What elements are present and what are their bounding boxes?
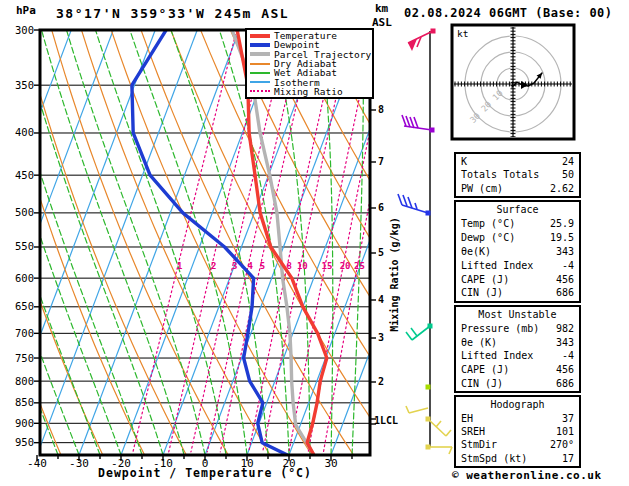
hodograph-ring-label: 10 xyxy=(490,88,504,102)
panel-row-label: SREH xyxy=(461,425,485,438)
legend-label: Mixing Ratio xyxy=(274,87,343,96)
panel-row-label: CAPE (J) xyxy=(461,363,509,376)
pressure-tick-label: 350 xyxy=(4,79,34,91)
wind-barb xyxy=(426,445,453,455)
mixing-ratio-value-label: 10 xyxy=(297,261,308,271)
panel-row-value: -4 xyxy=(562,349,574,362)
wind-barb-level-dot xyxy=(426,211,431,216)
pressure-tick-label: 900 xyxy=(4,417,34,429)
wind-barb-level-dot xyxy=(426,417,431,422)
panel-row: CIN (J)686 xyxy=(461,377,574,390)
panel-hodograph: HodographEH37SREH101StmDir270°StmSpd (kt… xyxy=(454,395,581,468)
legend-swatch-isotherm xyxy=(250,81,270,83)
panel-row-value: 24 xyxy=(562,155,574,168)
panel-row-label: θe(K) xyxy=(461,245,491,258)
panel-row-label: K xyxy=(461,155,467,168)
wind-barb xyxy=(426,385,431,390)
panel-row-label: Lifted Index xyxy=(461,349,533,362)
panel-row-label: Temp (°C) xyxy=(461,217,515,230)
wind-barb-level-dot xyxy=(431,29,436,34)
wind-barb xyxy=(406,406,428,413)
pressure-tick-label: 950 xyxy=(4,436,34,448)
panel-header: Most Unstable xyxy=(461,308,574,321)
panel-header: Hodograph xyxy=(461,398,574,411)
altitude-axis-unit-km: km xyxy=(375,2,388,15)
mixing-ratio-value-label: 5 xyxy=(260,261,265,271)
panel-row: PW (cm)2.62 xyxy=(461,182,574,195)
pressure-tick-label: 700 xyxy=(4,327,34,339)
panel-row: EH37 xyxy=(461,412,574,425)
panel-row-value: 982 xyxy=(556,322,574,335)
wet-adiabat-line xyxy=(42,30,185,455)
panel-row-label: θe (K) xyxy=(461,336,497,349)
panel-row-label: CIN (J) xyxy=(461,377,503,390)
panel-row-value: 270° xyxy=(550,438,574,451)
panel-row-value: 456 xyxy=(556,273,574,286)
pressure-tick-label: 400 xyxy=(4,126,34,138)
legend-label: Wet Adiabat xyxy=(274,68,337,77)
legend-swatch-parcel-trajectory xyxy=(250,52,270,56)
panel-surface: SurfaceTemp (°C)25.9Dewp (°C)19.5θe(K)34… xyxy=(454,200,581,303)
panel-row: CIN (J)686 xyxy=(461,286,574,299)
legend-item: Mixing Ratio xyxy=(250,87,370,96)
wind-barb-level-dot xyxy=(426,445,431,450)
panel-row-value: 50 xyxy=(562,168,574,181)
km-tick-label: 2 xyxy=(378,376,384,387)
legend-swatch-dewpoint xyxy=(250,43,270,47)
chart-legend: TemperatureDewpointParcel TrajectoryDry … xyxy=(245,28,374,99)
panel-header: Surface xyxy=(461,203,574,216)
panel-row: Lifted Index-4 xyxy=(461,349,574,362)
dry-adiabat-line xyxy=(588,30,629,454)
panel-row-label: StmDir xyxy=(461,438,497,451)
wind-barb-level-dot xyxy=(428,324,433,329)
panel-row-label: Pressure (mb) xyxy=(461,322,539,335)
panel-row-value: 343 xyxy=(556,245,574,258)
panel-row-value: 19.5 xyxy=(550,231,574,244)
km-tick-label: 7 xyxy=(378,156,384,167)
hodograph-unit-label: kt xyxy=(457,28,468,39)
panel-row-value: 25.9 xyxy=(550,217,574,230)
lcl-label: 1LCL xyxy=(374,415,398,426)
mixing-ratio-axis-label: Mixing Ratio (g/kg) xyxy=(389,210,400,340)
wind-barb-column xyxy=(398,29,452,455)
temperature-tick-label: -10 xyxy=(143,457,183,470)
pressure-tick-label: 650 xyxy=(4,300,34,312)
temperature-tick-label: -40 xyxy=(17,457,57,470)
legend-swatch-dry-adiabat xyxy=(250,63,270,65)
pressure-tick-label: 450 xyxy=(4,169,34,181)
panel-row-value: 17 xyxy=(562,452,574,465)
panel-row-label: PW (cm) xyxy=(461,182,503,195)
panel-row-label: Dewp (°C) xyxy=(461,231,515,244)
km-tick-label: 3 xyxy=(378,332,384,343)
pressure-tick-label: 850 xyxy=(4,396,34,408)
panel-row: SREH101 xyxy=(461,425,574,438)
wind-barb xyxy=(398,194,431,216)
km-tick-label: 6 xyxy=(378,202,384,213)
panel-row: StmDir270° xyxy=(461,438,574,451)
pressure-tick-label: 550 xyxy=(4,240,34,252)
temperature-tick-label: 30 xyxy=(311,457,351,470)
panel-row: StmSpd (kt)17 xyxy=(461,452,574,465)
mixing-ratio-value-label: 3 xyxy=(232,261,237,271)
pressure-tick-label: 300 xyxy=(4,24,34,36)
legend-swatch-temperature xyxy=(250,34,270,38)
dry-adiabat-line xyxy=(617,30,629,454)
mixing-ratio-value-label: 20 xyxy=(340,261,351,271)
panel-row: Pressure (mb)982 xyxy=(461,322,574,335)
panel-row-label: EH xyxy=(461,412,473,425)
pressure-tick-label: 750 xyxy=(4,352,34,364)
hodograph-ring-label: 20 xyxy=(479,99,493,113)
pressure-tick-label: 500 xyxy=(4,206,34,218)
temperature-tick-label: -30 xyxy=(59,457,99,470)
legend-swatch-wet-adiabat xyxy=(250,72,270,74)
panel-row-value: 2.62 xyxy=(550,182,574,195)
pressure-tick-label: 600 xyxy=(4,272,34,284)
panel-row-label: CIN (J) xyxy=(461,286,503,299)
panel-row: CAPE (J)456 xyxy=(461,363,574,376)
panel-row-value: 686 xyxy=(556,286,574,299)
panel-row: Lifted Index-4 xyxy=(461,259,574,272)
panel-row-value: 343 xyxy=(556,336,574,349)
mixing-ratio-value-label: 15 xyxy=(322,261,333,271)
temperature-tick-label: 20 xyxy=(269,457,309,470)
pressure-axis-unit: hPa xyxy=(16,4,36,17)
